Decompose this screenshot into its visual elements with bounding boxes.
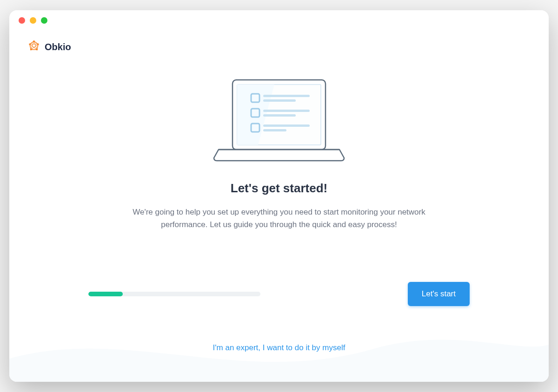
cursor-icon	[330, 370, 337, 379]
action-row: Let's start	[88, 282, 470, 306]
svg-rect-9	[263, 95, 310, 97]
svg-rect-10	[263, 99, 296, 102]
brand-name: Obkio	[45, 42, 71, 52]
svg-point-3	[30, 49, 32, 50]
skip-onboarding-link[interactable]: I'm an expert, I want to do it by myself	[213, 343, 345, 353]
close-window-icon[interactable]	[19, 17, 25, 24]
svg-rect-16	[263, 129, 286, 131]
content-area: Obkio	[9, 31, 549, 382]
svg-point-1	[37, 43, 39, 45]
laptop-illustration-icon	[205, 75, 353, 168]
maximize-window-icon[interactable]	[41, 17, 47, 24]
onboarding-main: Let's get started! We're going to help y…	[88, 38, 470, 353]
app-window: Obkio	[9, 10, 549, 382]
onboarding-title: Let's get started!	[231, 181, 327, 196]
logo-icon	[28, 40, 40, 54]
onboarding-subtitle: We're going to help you set up everythin…	[116, 206, 442, 231]
lets-start-button[interactable]: Let's start	[408, 282, 470, 306]
svg-point-4	[29, 43, 30, 45]
svg-rect-15	[263, 124, 310, 127]
svg-rect-13	[263, 114, 296, 117]
onboarding-progress-bar	[88, 292, 260, 296]
window-titlebar	[9, 10, 549, 31]
svg-rect-12	[263, 110, 310, 112]
svg-point-0	[33, 40, 34, 42]
progress-fill	[88, 292, 123, 296]
svg-point-2	[36, 49, 38, 50]
brand-logo: Obkio	[28, 40, 71, 54]
minimize-window-icon[interactable]	[30, 17, 36, 24]
